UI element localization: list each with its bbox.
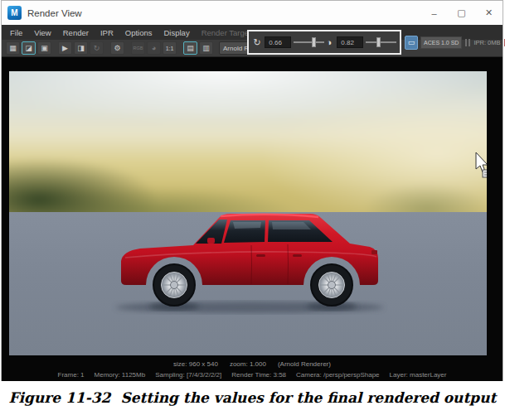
menu-display[interactable]: Display [160,27,194,39]
ipr-region-icon: ◨ [77,44,85,52]
render-region-button[interactable]: ◪ [22,41,36,55]
figure-label: Figure 11-32 [9,389,111,406]
snapshot-button[interactable]: ▣ [37,41,51,55]
color-management-cluster: ▭ ACES 1.0 SD IPR: 0MB [405,34,505,51]
background-landscape [9,71,487,222]
menu-render[interactable]: Render [59,27,93,39]
exposure-slider-handle[interactable] [312,37,316,47]
keep-image-icon: ▤ [187,44,194,52]
figure-caption-text: Setting the values for the final rendere… [120,389,496,406]
exposure-slider-track [294,41,324,43]
gamma-icon: ◑ [324,37,334,47]
one-to-one-button[interactable]: 1:1 [163,41,177,55]
ipr-memory-label: IPR: 0MB [473,39,500,46]
remove-image-button[interactable]: ▥ [199,41,213,55]
one-to-one-icon: 1:1 [166,46,174,51]
ipr-region-button[interactable]: ◨ [74,41,88,55]
status-line-primary: size: 960 x 540 zoom: 1.000 (Arnold Rend… [2,360,503,368]
render-viewport: size: 960 x 540 zoom: 1.000 (Arnold Rend… [2,57,503,381]
window-title: Render View [27,8,82,18]
gamma-field[interactable]: 0.82 [337,36,363,48]
mouse-cursor [474,152,487,179]
close-button[interactable]: ✕ [475,1,503,25]
menu-view[interactable]: View [30,27,55,39]
red-car-render [110,205,389,317]
alpha-channel-button[interactable]: ◕ [147,41,161,55]
cursor-arrow-icon [474,152,487,179]
rgb-channels-icon: RGB [134,46,143,51]
front-wheel [153,264,195,306]
status-renderer: (Arnold Renderer) [278,360,331,368]
toolbar-divider [465,39,470,46]
render-region-icon: ◪ [25,44,32,52]
car-illustration [110,205,389,317]
menu-options[interactable]: Options [121,27,157,39]
render-icon: ▦ [9,44,17,52]
maya-app-icon: M [7,6,22,20]
alpha-channel-icon: ◕ [152,44,156,52]
status-camera: Camera: /persp/perspShape [296,371,380,379]
display-adjustment-highlight-box: ↻ 0.66 ◑ 0.82 [247,30,401,55]
status-layer: Layer: masterLayer [390,371,447,379]
ipr-render-button[interactable]: ▶ [58,41,72,55]
menu-ipr[interactable]: IPR [96,27,118,39]
snapshot-icon: ▣ [41,44,48,52]
render-settings-button[interactable]: ⚙ [110,41,124,55]
color-managed-display-button[interactable]: ▭ [405,36,418,50]
gamma-slider-track [366,41,396,43]
exposure-icon: ↻ [252,37,262,48]
status-render-time: Render Time: 3:58 [231,371,286,379]
minimize-button[interactable]: – [420,1,448,25]
menu-file[interactable]: File [6,27,27,39]
status-memory: Memory: 1125Mb [95,371,146,379]
figure-caption: Figure 11-32Setting the values for the f… [0,389,505,406]
status-line-secondary: Frame: 1 Memory: 1125Mb Sampling: [7/4/3… [2,371,503,379]
render-view-window: M Render View – ▢ ✕ File View Render IPR… [1,0,503,381]
render-settings-icon: ⚙ [114,44,120,52]
rear-wheel [311,264,352,306]
ipr-render-icon: ▶ [62,44,68,52]
remove-image-icon: ▥ [202,44,210,52]
status-zoom: zoom: 1.000 [230,360,266,368]
render-button[interactable]: ▦ [6,41,20,55]
exposure-field[interactable]: 0.66 [265,36,291,48]
maximize-button[interactable]: ▢ [448,1,475,25]
gamma-slider[interactable] [366,36,396,48]
window-controls: – ▢ ✕ [420,1,503,25]
status-size: size: 960 x 540 [173,360,218,368]
rgb-channels-button[interactable]: RGB [131,41,145,55]
view-transform-button[interactable]: ACES 1.0 SD [420,36,462,49]
exposure-slider[interactable] [294,36,324,48]
rendered-image[interactable] [9,71,487,355]
status-frame: Frame: 1 [58,371,85,379]
monitor-icon: ▭ [408,38,415,46]
gamma-slider-handle[interactable] [376,37,381,47]
keep-image-button[interactable]: ▤ [183,41,197,55]
pause-ipr-icon: ↻ [94,44,100,52]
pause-ipr-button: ↻ [90,41,104,55]
titlebar: M Render View – ▢ ✕ [2,1,503,25]
status-sampling: Sampling: [7/4/3/2/2/2] [155,371,221,379]
